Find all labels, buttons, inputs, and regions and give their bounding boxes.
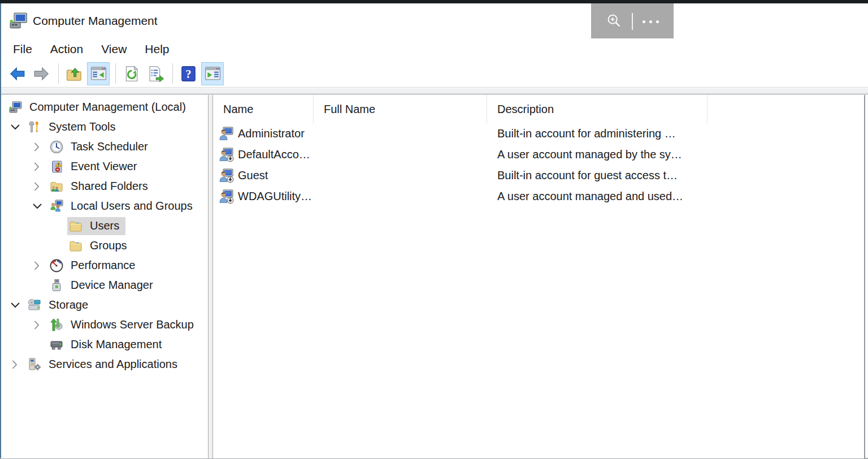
tree-item-label: Performance xyxy=(71,259,136,272)
show-hide-action-pane-button[interactable] xyxy=(201,62,224,85)
user-description: A user account managed by the sy… xyxy=(487,148,708,161)
tree-item-device-manager[interactable]: Device Manager xyxy=(1,275,208,295)
help-button[interactable] xyxy=(177,62,199,85)
tree-item-label: Disk Management xyxy=(71,338,162,351)
list-row-defaultaccount[interactable]: DefaultAcco… A user account managed by t… xyxy=(213,144,864,165)
tree-item-label: Groups xyxy=(90,239,127,252)
screenshot-overlay-toolbar xyxy=(591,3,674,40)
shared-folders-icon xyxy=(49,179,64,194)
back-button[interactable] xyxy=(6,62,28,85)
folder-up-icon xyxy=(66,65,83,83)
content-area: Computer Management (Local) System Tools… xyxy=(1,94,868,458)
chevron-expanded-icon[interactable] xyxy=(31,200,44,213)
ellipsis-icon xyxy=(643,20,659,23)
local-users-groups-icon xyxy=(49,199,64,214)
forward-arrow-icon xyxy=(33,65,50,83)
list-header: Name Full Name Description xyxy=(213,95,864,123)
refresh-icon xyxy=(123,65,140,83)
column-header-description[interactable]: Description xyxy=(487,95,708,123)
tree-item-label: Computer Management (Local) xyxy=(29,101,186,114)
toolbar xyxy=(1,60,868,88)
tree-item-label: Services and Applications xyxy=(49,358,177,371)
menu-bar: File Action View Help xyxy=(1,38,868,60)
chevron-slot-empty xyxy=(31,279,44,292)
refresh-button[interactable] xyxy=(120,62,142,85)
toolbar-separator xyxy=(58,63,59,84)
tree-item-label: Users xyxy=(90,219,119,232)
task-scheduler-icon xyxy=(49,140,64,154)
computer-management-icon xyxy=(8,100,23,115)
toolbar-separator xyxy=(115,63,116,84)
tree-item-label: System Tools xyxy=(49,120,116,133)
overlay-divider xyxy=(632,13,633,30)
tree-item-event-viewer[interactable]: Event Viewer xyxy=(1,157,208,176)
user-name: Administrator xyxy=(238,127,305,140)
system-tools-icon xyxy=(27,120,42,135)
up-one-level-button[interactable] xyxy=(63,62,85,85)
storage-icon xyxy=(27,298,42,313)
tree-item-label: Windows Server Backup xyxy=(71,318,194,331)
tree-item-computer-management[interactable]: Computer Management (Local) xyxy=(1,97,208,117)
pane-splitter[interactable] xyxy=(208,95,213,458)
zoom-in-button[interactable] xyxy=(604,9,625,34)
tree-item-system-tools[interactable]: System Tools xyxy=(1,117,208,137)
user-description: A user account managed and used… xyxy=(487,190,708,203)
show-hide-console-tree-button[interactable] xyxy=(87,62,110,85)
forward-button[interactable] xyxy=(30,62,53,85)
menu-view[interactable]: View xyxy=(92,40,136,58)
folder-icon xyxy=(68,219,83,233)
window-title: Computer Management xyxy=(33,3,158,38)
menu-file[interactable]: File xyxy=(4,40,41,58)
list-row-guest[interactable]: Guest Built-in account for guest access … xyxy=(213,165,864,186)
folder-icon xyxy=(68,239,83,253)
title-bar: Computer Management xyxy=(1,3,868,38)
console-tree: Computer Management (Local) System Tools… xyxy=(1,95,208,374)
column-header-blank xyxy=(708,95,864,123)
event-viewer-icon xyxy=(49,159,64,174)
more-options-button[interactable] xyxy=(640,9,661,34)
tree-item-label: Event Viewer xyxy=(71,160,137,173)
chevron-collapsed-icon[interactable] xyxy=(31,180,44,193)
chevron-expanded-icon[interactable] xyxy=(9,299,21,311)
chevron-collapsed-icon[interactable] xyxy=(31,161,44,173)
tree-item-disk-management[interactable]: Disk Management xyxy=(1,335,208,354)
export-list-icon xyxy=(147,65,164,83)
chevron-collapsed-icon[interactable] xyxy=(31,141,44,153)
tree-item-users[interactable]: Users xyxy=(1,216,208,236)
user-account-disabled-icon xyxy=(219,189,234,204)
chevron-collapsed-icon[interactable] xyxy=(9,358,21,371)
computer-management-icon xyxy=(8,11,28,31)
tree-item-shared-folders[interactable]: Shared Folders xyxy=(1,176,208,196)
tree-item-windows-server-backup[interactable]: Windows Server Backup xyxy=(1,315,208,335)
menu-action[interactable]: Action xyxy=(41,40,92,58)
export-list-button[interactable] xyxy=(144,62,167,85)
back-arrow-icon xyxy=(8,65,26,83)
chevron-collapsed-icon[interactable] xyxy=(31,259,44,272)
list-row-wdagutilityaccount[interactable]: WDAGUtility… A user account managed and … xyxy=(213,186,864,207)
chevron-expanded-icon[interactable] xyxy=(9,121,21,133)
tree-item-groups[interactable]: Groups xyxy=(1,236,208,256)
magnifier-plus-icon xyxy=(605,12,624,31)
tree-item-storage[interactable]: Storage xyxy=(1,295,208,315)
chevron-slot-empty xyxy=(31,339,44,351)
tree-item-label: Shared Folders xyxy=(71,180,148,193)
user-account-icon xyxy=(219,126,234,141)
console-tree-pane: Computer Management (Local) System Tools… xyxy=(1,95,208,458)
tree-item-task-scheduler[interactable]: Task Scheduler xyxy=(1,137,208,157)
column-header-name[interactable]: Name xyxy=(213,95,314,123)
action-pane-icon xyxy=(204,65,222,83)
column-header-full-name[interactable]: Full Name xyxy=(314,95,487,123)
windows-server-backup-icon xyxy=(49,318,64,332)
tree-item-local-users-and-groups[interactable]: Local Users and Groups xyxy=(1,196,208,216)
tree-item-label: Device Manager xyxy=(71,279,153,292)
tree-item-performance[interactable]: Performance xyxy=(1,256,208,275)
menu-help[interactable]: Help xyxy=(136,40,178,58)
user-description: Built-in account for guest access t… xyxy=(487,169,708,182)
user-description: Built-in account for administering … xyxy=(487,127,708,140)
list-row-administrator[interactable]: Administrator Built-in account for admin… xyxy=(213,123,864,144)
chevron-collapsed-icon[interactable] xyxy=(31,319,44,331)
window-right-edge xyxy=(864,95,865,458)
tree-item-services-and-applications[interactable]: Services and Applications xyxy=(1,354,208,374)
tree-item-label: Local Users and Groups xyxy=(71,200,193,213)
device-manager-icon xyxy=(49,278,64,293)
